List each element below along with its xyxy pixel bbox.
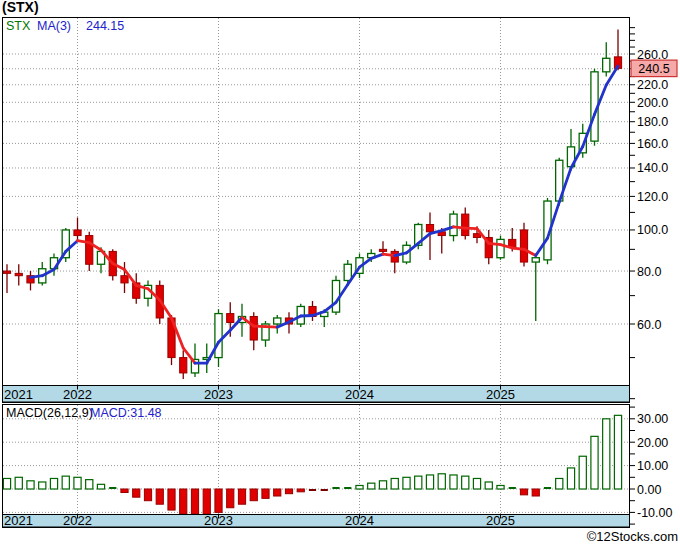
svg-text:160.0: 160.0 — [637, 137, 668, 151]
macd-param-label: MACD(26,12,9) — [6, 406, 93, 420]
svg-text:2021: 2021 — [4, 513, 33, 528]
svg-text:200.0: 200.0 — [637, 96, 668, 110]
legend-symbol: STX — [6, 19, 31, 33]
svg-text:60.0: 60.0 — [637, 318, 661, 332]
chart-root: 2021202220232024202520212022202320242025… — [0, 0, 680, 546]
copyright-text: ©12Stocks.com — [587, 529, 678, 544]
svg-text:220.0: 220.0 — [637, 78, 668, 92]
macd-value-label: MACD:31.48 — [90, 406, 162, 420]
svg-text:20.00: 20.00 — [637, 436, 668, 450]
legend-ma-label: MA(3) — [37, 19, 71, 33]
axis-layer: 60.080.0100.0120.0140.0160.0180.0200.022… — [630, 28, 672, 524]
svg-text:2021: 2021 — [4, 387, 33, 402]
svg-text:80.0: 80.0 — [637, 265, 661, 279]
stock-chart-svg: 2021202220232024202520212022202320242025… — [0, 0, 680, 546]
page-title: (STX) — [2, 0, 39, 15]
svg-text:30.00: 30.00 — [637, 412, 668, 426]
svg-text:10.00: 10.00 — [637, 459, 668, 473]
svg-text:180.0: 180.0 — [637, 115, 668, 129]
candles-layer — [3, 29, 621, 379]
svg-text:260.0: 260.0 — [637, 48, 668, 62]
legend-ma-value: 244.15 — [86, 19, 124, 33]
price-tag: 240.5 — [631, 60, 677, 77]
svg-text:100.0: 100.0 — [637, 223, 668, 237]
svg-text:-10.00: -10.00 — [637, 506, 672, 520]
svg-text:0.00: 0.00 — [637, 483, 661, 497]
svg-text:120.0: 120.0 — [637, 190, 668, 204]
macd-bars-layer — [3, 415, 621, 514]
svg-text:140.0: 140.0 — [637, 161, 668, 175]
price-tag-text: 240.5 — [638, 62, 669, 76]
